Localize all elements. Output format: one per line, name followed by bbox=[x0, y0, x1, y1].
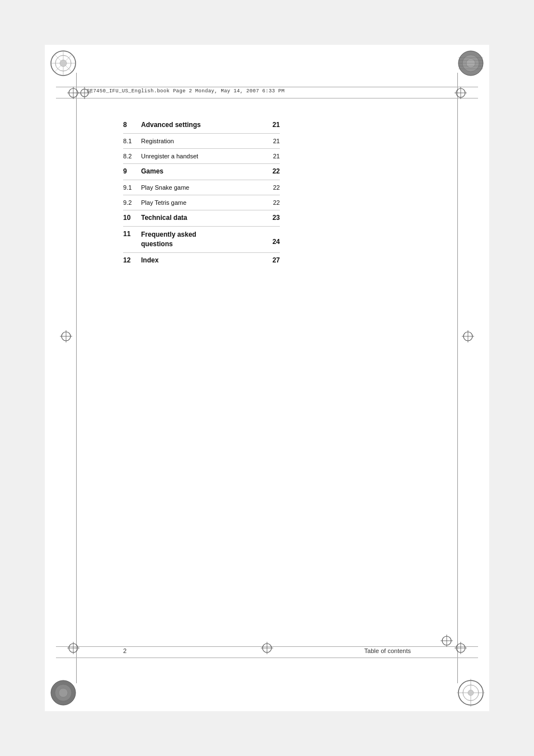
toc-num-9-2: 9.2 bbox=[123, 199, 141, 206]
toc-row-12: 12 Index 27 bbox=[123, 253, 280, 269]
header-bar-top bbox=[56, 87, 478, 87]
svg-point-6 bbox=[60, 60, 67, 67]
toc-title-12: Index bbox=[141, 256, 264, 265]
toc-num-12: 12 bbox=[123, 256, 141, 264]
reg-mark-top-right bbox=[455, 87, 467, 99]
toc-page-8-1: 21 bbox=[264, 138, 280, 144]
toc-page-8-2: 21 bbox=[264, 153, 280, 159]
toc-title-8: Advanced settings bbox=[141, 121, 264, 130]
toc-title-8-2: Unregister a handset bbox=[141, 152, 264, 160]
reg-mark-bottom-right bbox=[455, 642, 467, 654]
toc-page-12: 27 bbox=[264, 256, 280, 264]
toc-title-9-2: Play Tetris game bbox=[141, 199, 264, 206]
toc-title-9: Games bbox=[141, 167, 264, 176]
reg-mark-right-mid bbox=[462, 330, 474, 342]
toc-num-9-1: 9.1 bbox=[123, 184, 141, 191]
toc-num-9: 9 bbox=[123, 167, 141, 175]
reg-mark-bottom-right-2 bbox=[441, 635, 453, 647]
header-text: SE7450_IFU_US_English.book Page 2 Monday… bbox=[87, 88, 284, 94]
reg-mark-bottom-left bbox=[67, 642, 79, 654]
toc-page-10: 23 bbox=[264, 214, 280, 222]
reg-mark-bottom-center bbox=[261, 642, 273, 654]
toc-title-8-1: Registration bbox=[141, 137, 264, 145]
toc-page-11: 24 bbox=[264, 230, 280, 246]
toc-num-8-1: 8.1 bbox=[123, 138, 141, 144]
reg-mark-left-mid bbox=[60, 330, 72, 342]
toc-title-9-1: Play Snake game bbox=[141, 184, 264, 191]
reg-mark-header-left bbox=[78, 87, 91, 99]
page: SE7450_IFU_US_English.book Page 2 Monday… bbox=[0, 0, 534, 756]
svg-point-41 bbox=[59, 688, 68, 697]
vline-left bbox=[76, 73, 77, 683]
toc-page-9: 22 bbox=[264, 167, 280, 175]
toc-title-10: Technical data bbox=[141, 214, 264, 223]
toc-page-9-1: 22 bbox=[264, 184, 280, 191]
toc-num-8-2: 8.2 bbox=[123, 153, 141, 159]
toc-row-9: 9 Games 22 bbox=[123, 164, 280, 180]
toc-num-8: 8 bbox=[123, 121, 141, 129]
toc-area: 8 Advanced settings 21 8.1 Registration … bbox=[123, 118, 280, 268]
toc-row-9-1: 9.1 Play Snake game 22 bbox=[123, 180, 280, 195]
svg-point-46 bbox=[468, 690, 474, 696]
toc-num-11: 11 bbox=[123, 230, 141, 238]
toc-num-10: 10 bbox=[123, 214, 141, 222]
toc-page-9-2: 22 bbox=[264, 199, 280, 206]
dec-circle-bottom-right bbox=[457, 679, 485, 707]
toc-row-8: 8 Advanced settings 21 bbox=[123, 118, 280, 134]
page-number: 2 bbox=[123, 647, 127, 654]
vline-right bbox=[457, 73, 458, 683]
reg-mark-top-left bbox=[67, 87, 79, 99]
dec-circle-bottom-left bbox=[49, 679, 77, 707]
header-bar-bottom bbox=[56, 98, 478, 98]
toc-row-8-1: 8.1 Registration 21 bbox=[123, 134, 280, 149]
dec-circle-top-left bbox=[49, 49, 77, 77]
toc-row-10: 10 Technical data 23 bbox=[123, 210, 280, 227]
footer-text: Table of contents bbox=[364, 647, 411, 654]
toc-row-8-2: 8.2 Unregister a handset 21 bbox=[123, 149, 280, 164]
toc-page-8: 21 bbox=[264, 121, 280, 129]
bottom-hline-bottom bbox=[56, 658, 478, 658]
toc-title-11: Frequently askedquestions bbox=[141, 230, 264, 249]
dec-circle-top-right bbox=[457, 49, 485, 77]
toc-row-9-2: 9.2 Play Tetris game 22 bbox=[123, 195, 280, 210]
toc-row-11: 11 Frequently askedquestions 24 bbox=[123, 227, 280, 253]
